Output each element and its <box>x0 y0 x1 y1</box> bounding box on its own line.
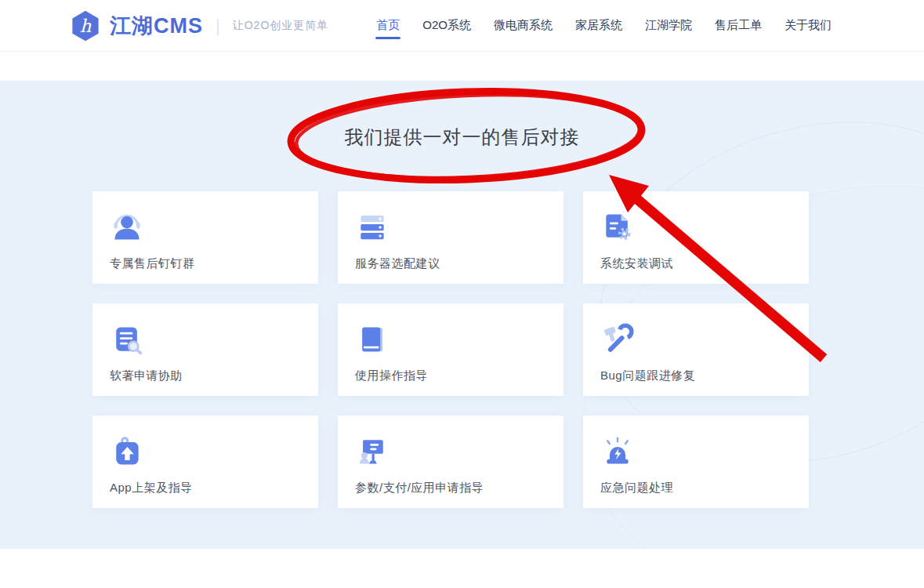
card-label: 软著申请协助 <box>110 368 183 383</box>
site-logo[interactable]: h 江湖CMS | 让O2O创业更简单 <box>69 9 328 42</box>
card-usage-guide[interactable]: 使用操作指导 <box>338 303 563 396</box>
customer-service-icon <box>110 210 144 245</box>
svg-text:h: h <box>80 15 92 35</box>
book-icon <box>355 322 390 357</box>
logo-text: 江湖CMS <box>110 12 203 40</box>
nav-item-academy[interactable]: 江湖学院 <box>643 10 694 41</box>
upload-icon <box>110 434 144 469</box>
card-software-copyright[interactable]: 软著申请协助 <box>92 303 318 396</box>
nav-item-aftersale-ticket[interactable]: 售后工单 <box>713 10 763 41</box>
card-label: 应急问题处理 <box>600 481 673 495</box>
card-params-payment-guide[interactable]: 参数/支付/应用申请指导 <box>338 416 563 508</box>
page: h 江湖CMS | 让O2O创业更简单 首页 O2O系统 微电商系统 家居系统 … <box>0 0 924 588</box>
card-label: Bug问题跟进修复 <box>600 368 695 383</box>
card-bug-fix[interactable]: Bug问题跟进修复 <box>583 303 809 396</box>
document-gear-icon <box>600 210 635 245</box>
top-navbar: h 江湖CMS | 让O2O创业更简单 首页 O2O系统 微电商系统 家居系统 … <box>0 0 924 52</box>
card-label: 专属售后钉钉群 <box>110 256 195 271</box>
card-label: 服务器选配建议 <box>355 256 440 271</box>
nav-item-home[interactable]: 首页 <box>375 10 401 41</box>
service-card-grid: 专属售后钉钉群 服务器选配建议 <box>92 191 809 508</box>
section-title: 我们提供一对一的售后对接 <box>0 125 924 150</box>
card-dingtalk-group[interactable]: 专属售后钉钉群 <box>92 191 318 284</box>
card-label: 系统安装调试 <box>600 256 673 271</box>
card-emergency-handling[interactable]: 应急问题处理 <box>583 416 809 508</box>
card-label: 参数/支付/应用申请指导 <box>355 481 484 495</box>
nav-item-o2o-system[interactable]: O2O系统 <box>421 10 473 41</box>
logo-tagline: 让O2O创业更简单 <box>233 19 329 33</box>
aftersale-section: 我们提供一对一的售后对接 专属售后钉钉群 <box>0 81 924 549</box>
alarm-icon <box>600 434 635 469</box>
nav-item-micro-ecommerce[interactable]: 微电商系统 <box>492 10 554 41</box>
main-nav: 首页 O2O系统 微电商系统 家居系统 江湖学院 售后工单 关于我们 <box>375 10 833 41</box>
nav-item-home-furnishing[interactable]: 家居系统 <box>574 10 624 41</box>
tools-icon <box>600 322 635 357</box>
document-search-icon <box>110 322 144 357</box>
card-label: 使用操作指导 <box>355 368 428 383</box>
hexagon-logo-icon: h <box>69 9 102 42</box>
server-icon <box>355 210 390 245</box>
card-label: App上架及指导 <box>110 481 193 495</box>
logo-divider: | <box>216 16 220 36</box>
card-system-install[interactable]: 系统安装调试 <box>583 191 809 284</box>
nav-item-about-us[interactable]: 关于我们 <box>783 10 833 41</box>
card-server-advice[interactable]: 服务器选配建议 <box>338 191 563 284</box>
presentation-icon <box>355 434 390 469</box>
card-app-launch[interactable]: App上架及指导 <box>92 416 318 508</box>
